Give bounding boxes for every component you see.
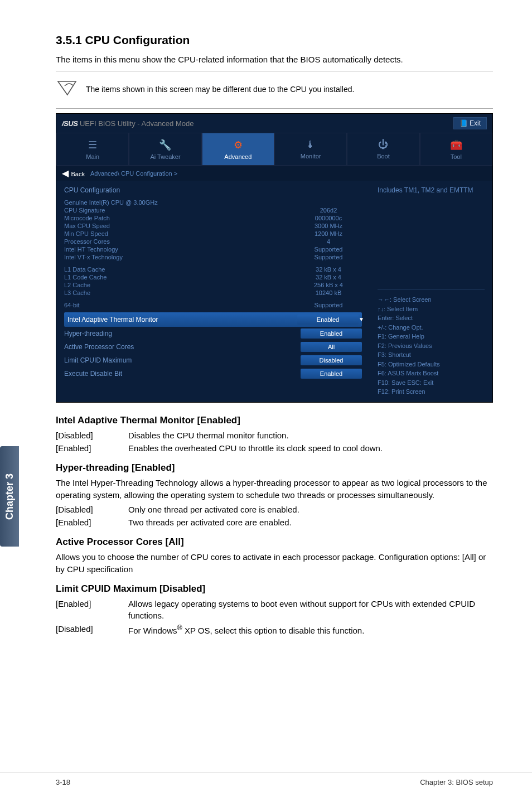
info-row: L2 Cache256 kB x 4 [64, 281, 362, 289]
info-row: CPU Signature206d2 [64, 206, 362, 214]
option-label: [Disabled] [56, 504, 128, 516]
tab-ai-tweaker[interactable]: 🔧Ai Tweaker [129, 133, 201, 166]
bios-option-row[interactable]: Active Processor CoresAll [64, 340, 362, 354]
subheading-ht: Hyper-threading [Enabled] [56, 462, 493, 474]
footer-chapter: Chapter 3: BIOS setup [420, 778, 493, 786]
advanced-icon: ⚙ [202, 139, 274, 151]
main-icon: ☰ [57, 139, 128, 151]
option-label: [Enabled] [56, 442, 128, 455]
option-desc: Allows legacy operating systems to boot … [128, 598, 493, 622]
section-heading: 3.5.1 CPU Configuration [56, 33, 493, 47]
option-desc: Two threads per activated core are enabl… [128, 516, 493, 529]
help-list: →←: Select Screen↑↓: Select ItemEnter: S… [378, 295, 485, 397]
back-icon[interactable]: ◀ Back [62, 168, 85, 178]
divider [56, 71, 493, 71]
option-desc: Enables the overheated CPU to throttle i… [128, 442, 493, 455]
bios-option-row[interactable]: Intel Adaptive Thermal MonitorEnabled▼ [64, 312, 362, 327]
subheading-cores: Active Processor Cores [All] [56, 537, 493, 548]
note-row: The items shown in this screen may be di… [56, 76, 493, 104]
tool-icon: 🧰 [420, 139, 492, 151]
info-row: Processor Cores4 [64, 238, 362, 245]
bios-title: UEFI BIOS Utility - Advanced Mode [80, 119, 194, 128]
paragraph: The Intel Hyper-Threading Technology all… [56, 477, 493, 501]
tab-monitor[interactable]: 🌡Monitor [274, 133, 347, 166]
info-row: L3 Cache10240 kB [64, 289, 362, 297]
note-text: The items shown in this screen may be di… [86, 85, 354, 94]
info-row: Intel VT-x TechnologySupported [64, 253, 362, 261]
subheading-thermal: Intel Adaptive Thermal Monitor [Enabled] [56, 415, 493, 426]
ai-icon: 🔧 [129, 139, 201, 151]
bios-option-row[interactable]: Execute Disable BitEnabled [64, 367, 362, 380]
info-row: L1 Code Cache32 kB x 4 [64, 273, 362, 281]
option-label: [Enabled] [56, 598, 128, 622]
bios-option-row[interactable]: Hyper-threadingEnabled [64, 327, 362, 340]
option-label: [Disabled] [56, 623, 128, 637]
info-row: 64-bitSupported [64, 301, 362, 309]
divider [56, 108, 493, 109]
boot-icon: ⏻ [347, 139, 419, 151]
bios-screenshot: /SUS UEFI BIOS Utility - Advanced Mode 📘… [56, 113, 493, 403]
bios-option-row[interactable]: Limit CPUID MaximumDisabled [64, 354, 362, 367]
info-row: Min CPU Speed1200 MHz [64, 230, 362, 238]
info-row: L1 Data Cache32 kB x 4 [64, 265, 362, 273]
tab-advanced[interactable]: ⚙Advanced [202, 133, 274, 166]
right-description: Includes TM1, TM2 and EMTTM [378, 186, 485, 194]
bios-exit-button[interactable]: 📘 Exit [453, 117, 487, 129]
bios-brand: /SUS [62, 119, 78, 128]
option-desc: Only one thread per activated core is en… [128, 504, 493, 516]
option-desc: For Windows® XP OS, select this option t… [128, 623, 493, 637]
info-row: Max CPU Speed3000 MHz [64, 222, 362, 230]
cpu-config-heading: CPU Configuration [64, 186, 362, 194]
tab-main[interactable]: ☰Main [56, 133, 129, 166]
option-desc: Disables the CPU thermal monitor functio… [128, 429, 493, 442]
note-icon [56, 79, 78, 99]
subheading-cpuid: Limit CPUID Maximum [Disabled] [56, 583, 493, 595]
info-row: Intel HT TechnologySupported [64, 245, 362, 253]
option-label: [Disabled] [56, 429, 128, 442]
info-row: Microcode Patch0000000c [64, 214, 362, 222]
paragraph: Allows you to choose the number of CPU c… [56, 551, 493, 576]
info-row: Genuine Intel(R) CPU @ 3.00GHz [64, 199, 362, 206]
tab-tool[interactable]: 🧰Tool [420, 133, 492, 166]
tab-boot[interactable]: ⏻Boot [347, 133, 419, 166]
page-number: 3-18 [56, 778, 70, 786]
monitor-icon: 🌡 [275, 139, 346, 151]
section-intro: The items in this menu show the CPU-rela… [56, 54, 493, 65]
option-label: [Enabled] [56, 516, 128, 529]
chapter-side-tab: Chapter 3 [0, 446, 19, 547]
breadcrumb: Advanced\ CPU Configuration > [90, 170, 177, 177]
